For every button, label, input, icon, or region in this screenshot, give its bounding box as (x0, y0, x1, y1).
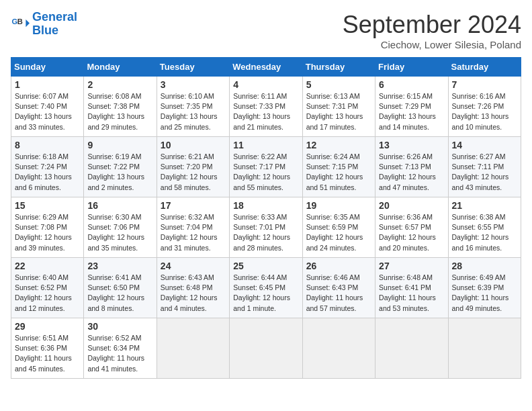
logo-icon: G B (11, 15, 30, 34)
day-info: Sunrise: 6:10 AMSunset: 7:35 PMDaylight:… (161, 91, 226, 132)
day-number: 15 (15, 200, 80, 211)
location-subtitle: Ciechow, Lower Silesia, Poland (343, 39, 521, 50)
header-friday: Friday (375, 58, 448, 77)
calendar-cell: 5Sunrise: 6:13 AMSunset: 7:31 PMDaylight… (302, 77, 375, 137)
calendar-cell: 12Sunrise: 6:24 AMSunset: 7:15 PMDayligh… (302, 137, 375, 197)
header-monday: Monday (84, 58, 157, 77)
day-info: Sunrise: 6:24 AMSunset: 7:15 PMDaylight:… (306, 152, 371, 193)
calendar-cell: 27Sunrise: 6:48 AMSunset: 6:41 PMDayligh… (375, 258, 448, 318)
header-wednesday: Wednesday (230, 58, 302, 77)
day-info: Sunrise: 6:43 AMSunset: 6:48 PMDaylight:… (161, 273, 226, 314)
svg-marker-2 (26, 19, 30, 27)
calendar-week-row: 1Sunrise: 6:07 AMSunset: 7:40 PMDaylight… (11, 77, 521, 137)
day-number: 26 (306, 261, 371, 271)
calendar-cell: 29Sunrise: 6:51 AMSunset: 6:36 PMDayligh… (11, 318, 84, 379)
calendar-header: SundayMondayTuesdayWednesdayThursdayFrid… (11, 58, 521, 77)
day-info: Sunrise: 6:44 AMSunset: 6:45 PMDaylight:… (233, 273, 298, 314)
day-info: Sunrise: 6:38 AMSunset: 6:55 PMDaylight:… (452, 212, 517, 253)
calendar-week-row: 15Sunrise: 6:29 AMSunset: 7:08 PMDayligh… (11, 197, 521, 258)
calendar-body: 1Sunrise: 6:07 AMSunset: 7:40 PMDaylight… (11, 77, 521, 379)
calendar-cell: 20Sunrise: 6:36 AMSunset: 6:57 PMDayligh… (375, 197, 448, 258)
day-number: 22 (15, 261, 80, 271)
calendar-cell: 13Sunrise: 6:26 AMSunset: 7:13 PMDayligh… (375, 137, 448, 197)
svg-text:G: G (11, 17, 17, 26)
calendar-cell: 21Sunrise: 6:38 AMSunset: 6:55 PMDayligh… (448, 197, 521, 258)
day-number: 3 (161, 79, 226, 90)
header: G B General Blue September 2024 Ciechow,… (11, 11, 521, 50)
calendar-cell: 26Sunrise: 6:46 AMSunset: 6:43 PMDayligh… (302, 258, 375, 318)
calendar-cell: 25Sunrise: 6:44 AMSunset: 6:45 PMDayligh… (230, 258, 302, 318)
calendar-cell: 9Sunrise: 6:19 AMSunset: 7:22 PMDaylight… (84, 137, 157, 197)
day-info: Sunrise: 6:51 AMSunset: 6:36 PMDaylight:… (15, 333, 80, 374)
day-info: Sunrise: 6:26 AMSunset: 7:13 PMDaylight:… (379, 152, 444, 193)
header-saturday: Saturday (448, 58, 521, 77)
month-title: September 2024 (343, 11, 521, 39)
day-number: 17 (161, 200, 226, 211)
calendar-cell (375, 318, 448, 379)
day-number: 12 (306, 140, 371, 150)
day-info: Sunrise: 6:41 AMSunset: 6:50 PMDaylight:… (87, 273, 152, 314)
day-info: Sunrise: 6:36 AMSunset: 6:57 PMDaylight:… (379, 212, 444, 253)
day-info: Sunrise: 6:49 AMSunset: 6:39 PMDaylight:… (452, 273, 517, 314)
calendar-cell: 2Sunrise: 6:08 AMSunset: 7:38 PMDaylight… (84, 77, 157, 137)
calendar-week-row: 29Sunrise: 6:51 AMSunset: 6:36 PMDayligh… (11, 318, 521, 379)
day-info: Sunrise: 6:32 AMSunset: 7:04 PMDaylight:… (161, 212, 226, 253)
calendar-cell (230, 318, 302, 379)
calendar-cell: 4Sunrise: 6:11 AMSunset: 7:33 PMDaylight… (230, 77, 302, 137)
logo-general: General (32, 10, 77, 24)
day-info: Sunrise: 6:15 AMSunset: 7:29 PMDaylight:… (379, 91, 444, 132)
calendar-cell: 19Sunrise: 6:35 AMSunset: 6:59 PMDayligh… (302, 197, 375, 258)
calendar-cell: 24Sunrise: 6:43 AMSunset: 6:48 PMDayligh… (157, 258, 229, 318)
day-info: Sunrise: 6:30 AMSunset: 7:06 PMDaylight:… (87, 212, 152, 253)
day-number: 6 (379, 79, 444, 90)
day-number: 30 (87, 321, 152, 332)
day-info: Sunrise: 6:35 AMSunset: 6:59 PMDaylight:… (306, 212, 371, 253)
calendar-cell: 16Sunrise: 6:30 AMSunset: 7:06 PMDayligh… (84, 197, 157, 258)
calendar-cell: 15Sunrise: 6:29 AMSunset: 7:08 PMDayligh… (11, 197, 84, 258)
calendar-cell: 7Sunrise: 6:16 AMSunset: 7:26 PMDaylight… (448, 77, 521, 137)
calendar-cell: 17Sunrise: 6:32 AMSunset: 7:04 PMDayligh… (157, 197, 229, 258)
calendar-cell (448, 318, 521, 379)
svg-text:B: B (17, 17, 23, 26)
day-number: 24 (161, 261, 226, 271)
day-number: 25 (233, 261, 298, 271)
day-number: 16 (87, 200, 152, 211)
day-number: 4 (233, 79, 298, 90)
logo: G B General Blue (11, 11, 77, 38)
day-info: Sunrise: 6:08 AMSunset: 7:38 PMDaylight:… (87, 91, 152, 132)
day-number: 5 (306, 79, 371, 90)
header-tuesday: Tuesday (157, 58, 229, 77)
day-number: 19 (306, 200, 371, 211)
day-number: 8 (15, 140, 80, 150)
calendar-cell: 10Sunrise: 6:21 AMSunset: 7:20 PMDayligh… (157, 137, 229, 197)
calendar-week-row: 8Sunrise: 6:18 AMSunset: 7:24 PMDaylight… (11, 137, 521, 197)
day-info: Sunrise: 6:40 AMSunset: 6:52 PMDaylight:… (15, 273, 80, 314)
calendar-cell: 23Sunrise: 6:41 AMSunset: 6:50 PMDayligh… (84, 258, 157, 318)
day-number: 11 (233, 140, 298, 150)
calendar-cell: 8Sunrise: 6:18 AMSunset: 7:24 PMDaylight… (11, 137, 84, 197)
day-number: 23 (87, 261, 152, 271)
day-info: Sunrise: 6:19 AMSunset: 7:22 PMDaylight:… (87, 152, 152, 193)
day-number: 21 (452, 200, 517, 211)
day-number: 29 (15, 321, 80, 332)
calendar-cell: 6Sunrise: 6:15 AMSunset: 7:29 PMDaylight… (375, 77, 448, 137)
calendar-cell: 22Sunrise: 6:40 AMSunset: 6:52 PMDayligh… (11, 258, 84, 318)
calendar-cell: 18Sunrise: 6:33 AMSunset: 7:01 PMDayligh… (230, 197, 302, 258)
day-info: Sunrise: 6:11 AMSunset: 7:33 PMDaylight:… (233, 91, 298, 132)
day-number: 14 (452, 140, 517, 150)
day-number: 18 (233, 200, 298, 211)
day-info: Sunrise: 6:21 AMSunset: 7:20 PMDaylight:… (161, 152, 226, 193)
day-number: 27 (379, 261, 444, 271)
calendar-cell: 14Sunrise: 6:27 AMSunset: 7:11 PMDayligh… (448, 137, 521, 197)
day-info: Sunrise: 6:29 AMSunset: 7:08 PMDaylight:… (15, 212, 80, 253)
calendar-cell (157, 318, 229, 379)
calendar-cell: 11Sunrise: 6:22 AMSunset: 7:17 PMDayligh… (230, 137, 302, 197)
calendar-cell: 28Sunrise: 6:49 AMSunset: 6:39 PMDayligh… (448, 258, 521, 318)
day-number: 2 (87, 79, 152, 90)
day-info: Sunrise: 6:48 AMSunset: 6:41 PMDaylight:… (379, 273, 444, 314)
calendar-week-row: 22Sunrise: 6:40 AMSunset: 6:52 PMDayligh… (11, 258, 521, 318)
day-number: 7 (452, 79, 517, 90)
title-area: September 2024 Ciechow, Lower Silesia, P… (343, 11, 521, 50)
day-info: Sunrise: 6:18 AMSunset: 7:24 PMDaylight:… (15, 152, 80, 193)
header-sunday: Sunday (11, 58, 84, 77)
